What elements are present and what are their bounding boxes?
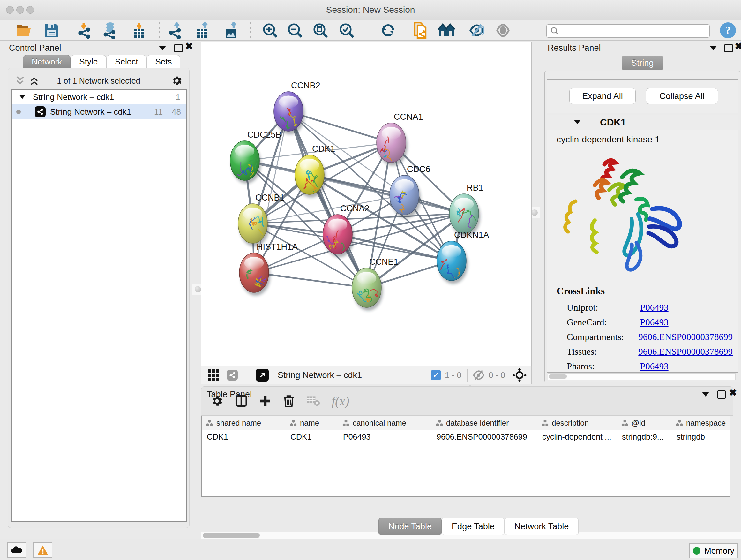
network-collection-row[interactable]: String Network – cdk1 1: [12, 90, 186, 105]
crosslink-row: Uniprot:P06493: [567, 300, 733, 315]
graphics-hide-eye-icon[interactable]: [468, 21, 486, 39]
protein-structure-image: [556, 147, 690, 278]
node-CDC6[interactable]: CDC6: [390, 165, 430, 221]
panel-float-icon[interactable]: [724, 44, 733, 52]
column-header-shared-name[interactable]: shared name: [202, 416, 285, 430]
delete-column-icon[interactable]: [282, 394, 295, 408]
column-header--id[interactable]: @id: [617, 416, 671, 430]
tab-style[interactable]: Style: [71, 55, 106, 68]
expand-all-button[interactable]: Expand All: [569, 88, 636, 104]
node-CCNE1[interactable]: CCNE1: [352, 257, 399, 311]
edge-CCNB2-CCNE1[interactable]: [288, 111, 367, 288]
delete-table-icon[interactable]: [307, 395, 320, 407]
column-header-description[interactable]: description: [537, 416, 617, 430]
string-houses-icon[interactable]: [438, 21, 456, 39]
crosslink-value-link[interactable]: P06493: [640, 317, 669, 327]
panel-menu-icon[interactable]: [710, 46, 717, 51]
column-header-name[interactable]: name: [285, 416, 338, 430]
cloud-status-button[interactable]: [7, 543, 26, 558]
import-table-file-icon[interactable]: [130, 21, 148, 39]
table-cell: 9606.ENSP00000378699: [431, 430, 537, 443]
panel-close-icon[interactable]: ✖: [185, 43, 193, 50]
network-share-icon[interactable]: [227, 370, 238, 381]
memory-status-dot: [693, 547, 700, 555]
birds-eye-grid-icon[interactable]: [207, 369, 220, 381]
panel-menu-icon[interactable]: [159, 46, 166, 51]
help-icon[interactable]: ?: [720, 22, 736, 38]
table-row[interactable]: CDK1CDK1P064939606.ENSP00000378699cyclin…: [202, 430, 730, 443]
node-CCNA1[interactable]: CCNA1: [377, 112, 423, 166]
panel-close-icon[interactable]: ✖: [729, 389, 737, 396]
tab-edge-table[interactable]: Edge Table: [442, 518, 504, 535]
share-network-document-icon[interactable]: [412, 21, 429, 39]
edge-HIST1H1A-CCNE1[interactable]: [254, 273, 367, 288]
open-session-icon[interactable]: [15, 21, 33, 39]
node-CDKN1A[interactable]: CDKN1A: [437, 230, 489, 284]
network-view-canvas[interactable]: CCNB2CCNA1CDC25BCDK1CDC6RB1CCNB1CCNA2CDK…: [201, 42, 532, 366]
search-box[interactable]: [546, 24, 710, 38]
node-table[interactable]: shared namenamecanonical namedatabase id…: [201, 416, 730, 497]
import-network-file-icon[interactable]: [76, 21, 94, 39]
fit-crosshair-icon[interactable]: [512, 368, 527, 382]
network-graph[interactable]: CCNB2CCNA1CDC25BCDK1CDC6RB1CCNB1CCNA2CDK…: [201, 42, 531, 366]
section-collapse-icon[interactable]: [575, 120, 581, 124]
table-toolbar: f(x): [201, 386, 733, 416]
warning-status-button[interactable]: [33, 543, 52, 558]
string-results-body: Expand All Collapse All CDK1 cyclin-depe…: [544, 71, 740, 382]
tab-select[interactable]: Select: [106, 55, 146, 68]
zoom-fit-icon[interactable]: [312, 21, 329, 39]
crosslink-value-link[interactable]: 9606.ENSP00000378699: [638, 347, 733, 357]
results-scrollbar[interactable]: [548, 373, 736, 380]
crosslink-value-link[interactable]: P06493: [640, 302, 669, 313]
import-network-database-icon[interactable]: [101, 21, 119, 39]
refresh-icon[interactable]: [379, 21, 397, 39]
table-cell: stringdb:9...: [617, 430, 671, 443]
tab-string[interactable]: String: [622, 56, 664, 70]
network-node-count: 11: [154, 107, 163, 117]
table-body: CDK1CDK1P064939606.ENSP00000378699cyclin…: [202, 430, 730, 443]
column-header-database-identifier[interactable]: database identifier: [431, 416, 537, 430]
zoom-in-icon[interactable]: [261, 21, 279, 39]
search-input[interactable]: [559, 26, 701, 36]
create-column-icon[interactable]: [259, 395, 272, 408]
selected-checkbox-icon[interactable]: ✓: [431, 370, 441, 380]
panel-close-icon[interactable]: ✖: [735, 43, 741, 50]
tree-expand-icon[interactable]: [19, 95, 25, 99]
hidden-eye-icon[interactable]: [472, 369, 485, 381]
tab-network-table[interactable]: Network Table: [504, 518, 579, 535]
options-gear-icon[interactable]: [171, 75, 183, 87]
open-in-window-icon[interactable]: [256, 369, 269, 381]
column-header-canonical-name[interactable]: canonical name: [338, 416, 431, 430]
function-builder-icon[interactable]: f(x): [332, 394, 349, 409]
network-row-selected[interactable]: String Network – cdk1 11 48: [12, 105, 186, 119]
node-CCNB2[interactable]: CCNB2: [274, 81, 320, 134]
graphics-show-eye-icon[interactable]: [494, 21, 512, 39]
zoom-out-icon[interactable]: [286, 21, 304, 39]
node-label-CCNA2: CCNA2: [340, 204, 369, 213]
memory-button[interactable]: Memory: [689, 543, 738, 558]
zoom-selected-icon[interactable]: [338, 21, 355, 39]
gene-section-header[interactable]: CDK1: [547, 115, 738, 130]
crosslink-label: Compartments:: [567, 332, 638, 342]
tab-network[interactable]: Network: [23, 55, 71, 68]
node-CCNA2[interactable]: CCNA2: [323, 204, 369, 259]
panel-float-icon[interactable]: [174, 44, 183, 52]
export-network-icon[interactable]: [166, 21, 185, 39]
tab-node-table[interactable]: Node Table: [379, 518, 442, 535]
node-HIST1H1A[interactable]: HIST1H1A: [239, 242, 298, 299]
collapse-all-button[interactable]: Collapse All: [646, 88, 718, 104]
export-table-icon[interactable]: [194, 21, 212, 39]
crosslink-value-link[interactable]: P06493: [640, 361, 669, 372]
network-view-footer: String Network – cdk1 ✓ 1 - 0 0 - 0: [201, 366, 532, 384]
tab-sets[interactable]: Sets: [146, 55, 180, 68]
panel-menu-icon[interactable]: [702, 392, 709, 396]
column-header-namespace[interactable]: namespace: [671, 416, 730, 430]
node-CCNB1[interactable]: CCNB1: [238, 193, 285, 246]
crosslink-value-link[interactable]: 9606.ENSP00000378699: [638, 332, 733, 342]
export-image-icon[interactable]: [223, 21, 241, 39]
results-panel-title: Results Panel: [548, 43, 601, 53]
node-RB1[interactable]: RB1: [449, 183, 483, 237]
save-session-icon[interactable]: [43, 21, 61, 39]
table-cell: cyclin-dependent ...: [537, 430, 617, 443]
panel-float-icon[interactable]: [718, 390, 726, 399]
